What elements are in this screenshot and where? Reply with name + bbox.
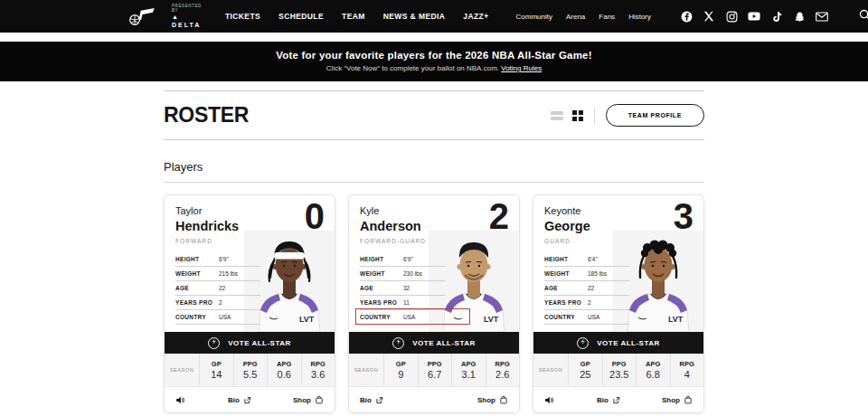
- shop-link[interactable]: Shop: [662, 395, 693, 404]
- stat-rpg: RPG 4: [670, 354, 704, 386]
- nav-arena[interactable]: Arena: [566, 13, 585, 21]
- controls-divider: [594, 108, 595, 124]
- roster-page: ROSTER TEAM PROFILE Players Taylor Hendr…: [164, 90, 704, 413]
- roster-header: ROSTER TEAM PROFILE: [164, 90, 704, 140]
- facebook-icon[interactable]: [680, 10, 693, 23]
- delta-logo: ▲ DELTA: [172, 14, 202, 30]
- bio-label: YEARS PRO: [360, 299, 403, 306]
- bio-value: 2: [219, 299, 222, 306]
- shop-link-label: Shop: [477, 396, 495, 404]
- bio-label: AGE: [544, 285, 588, 291]
- bio-row-weight: WEIGHT 185 lbs: [544, 267, 629, 281]
- bio-value: USA: [219, 314, 231, 320]
- plus-icon: [208, 337, 220, 349]
- youtube-icon[interactable]: [748, 10, 760, 23]
- bio-label: WEIGHT: [360, 270, 403, 277]
- stat-apg: APG 0.6: [267, 354, 301, 386]
- search-button[interactable]: [859, 8, 868, 24]
- bio-label: HEIGHT: [360, 256, 403, 262]
- jersey-number: 3: [674, 198, 693, 234]
- nav-news-media[interactable]: NEWS & MEDIA: [383, 12, 446, 21]
- shop-link[interactable]: Shop: [293, 395, 324, 404]
- season-label: SEASON: [349, 354, 383, 386]
- vote-all-star-button[interactable]: VOTE ALL-STAR: [165, 332, 335, 354]
- bio-label: HEIGHT: [544, 256, 588, 262]
- stat-gp: GP 9: [383, 354, 418, 386]
- grid-view-icon[interactable]: [572, 110, 583, 121]
- bio-value: 22: [219, 285, 225, 291]
- bio-row-age: AGE 22: [544, 281, 629, 296]
- instagram-icon[interactable]: [725, 10, 738, 23]
- card-top: Keyonte George 3 GUARD HEIGHT 6'4" WEIGH…: [533, 195, 703, 332]
- stat-ppg: PPG 23.5: [602, 354, 637, 386]
- email-icon[interactable]: [816, 10, 828, 23]
- audio-pronounce-button[interactable]: [544, 395, 554, 405]
- card-footer: Bio Shop: [165, 387, 335, 412]
- bio-row-age: AGE 32: [360, 281, 445, 296]
- snapchat-icon[interactable]: [793, 10, 806, 23]
- stat-apg: APG 3.1: [451, 354, 486, 386]
- bio-row-height: HEIGHT 6'9": [360, 252, 445, 267]
- bio-label: COUNTRY: [544, 314, 588, 320]
- bio-row-height: HEIGHT 6'4": [544, 252, 629, 267]
- bio-row-years-pro: YEARS PRO 2: [175, 296, 260, 310]
- tiktok-icon[interactable]: [770, 10, 783, 23]
- nav-schedule[interactable]: SCHEDULE: [278, 12, 324, 21]
- audio-pronounce-button[interactable]: [175, 395, 185, 405]
- season-label: SEASON: [165, 354, 199, 386]
- shopping-bag-icon: [684, 395, 693, 404]
- vote-label: VOTE ALL-STAR: [597, 339, 660, 347]
- bio-value: USA: [403, 314, 415, 320]
- player-bio-table: HEIGHT 6'9" WEIGHT 230 lbs AGE 32 YEARS …: [360, 252, 445, 325]
- player-first-name: Keyonte: [544, 205, 693, 218]
- card-top: Kyle Anderson 2 FORWARD-GUARD HEIGHT 6'9…: [349, 195, 519, 332]
- bio-link[interactable]: Bio: [597, 396, 620, 404]
- nav-community[interactable]: Community: [516, 13, 552, 21]
- season-stats-row: SEASON GP 9 PPG 6.7 APG 3.1 RPG 2.6: [349, 354, 519, 387]
- bio-label: AGE: [175, 285, 219, 291]
- nav-team[interactable]: TEAM: [342, 12, 365, 21]
- voting-rules-link[interactable]: Voting Rules: [501, 64, 542, 72]
- bio-row-weight: WEIGHT 215 lbs: [175, 267, 260, 281]
- vote-all-star-button[interactable]: VOTE ALL-STAR: [349, 332, 519, 354]
- view-toggle: [551, 110, 583, 121]
- bio-label: YEARS PRO: [544, 299, 588, 306]
- nav-jazz-plus[interactable]: JAZZ+: [463, 12, 488, 21]
- svg-text:LVT: LVT: [668, 315, 684, 324]
- vote-all-star-button[interactable]: VOTE ALL-STAR: [533, 332, 703, 354]
- season-stats-row: SEASON GP 14 PPG 5.5 APG 0.6 RPG 3.6: [165, 354, 335, 387]
- bio-row-country: COUNTRY USA: [175, 310, 260, 325]
- bio-label: YEARS PRO: [175, 299, 219, 306]
- card-footer: Bio Shop: [533, 387, 703, 412]
- bio-link[interactable]: Bio: [228, 396, 251, 404]
- bio-value: 215 lbs: [219, 270, 238, 277]
- nav-tickets[interactable]: TICKETS: [225, 12, 260, 21]
- player-card-taylor-hendricks: Taylor Hendricks 0 FORWARD HEIGHT 6'9" W…: [164, 194, 335, 413]
- nav-fans[interactable]: Fans: [599, 13, 615, 21]
- bio-label: WEIGHT: [544, 270, 588, 277]
- shopping-bag-icon: [315, 395, 324, 404]
- x-twitter-icon[interactable]: [703, 10, 715, 23]
- season-stats-row: SEASON GP 25 PPG 23.5 APG 6.8 RPG 4: [533, 354, 703, 387]
- stat-ppg: PPG 6.7: [418, 354, 452, 386]
- presented-by-delta: PRESENTED BY ▲ DELTA: [172, 4, 202, 30]
- bio-link-label: Bio: [228, 396, 240, 404]
- players-section-header: Players: [164, 160, 704, 183]
- jazz-note-logo-icon: [128, 7, 156, 26]
- social-icons: [680, 10, 828, 23]
- bio-label: COUNTRY: [360, 314, 403, 320]
- list-view-icon[interactable]: [551, 111, 563, 120]
- top-navbar: PRESENTED BY ▲ DELTA TICKETS SCHEDULE TE…: [0, 0, 868, 33]
- bio-link[interactable]: Bio: [360, 396, 383, 404]
- nav-history[interactable]: History: [628, 13, 651, 21]
- bio-row-height: HEIGHT 6'9": [175, 252, 260, 267]
- team-profile-button[interactable]: TEAM PROFILE: [606, 104, 704, 127]
- bio-value: 2: [588, 299, 591, 306]
- bio-value: 230 lbs: [403, 270, 422, 277]
- shop-link[interactable]: Shop: [477, 395, 508, 404]
- speaker-icon: [175, 395, 185, 405]
- bio-value: 6'4": [588, 256, 598, 262]
- vote-label: VOTE ALL-STAR: [412, 339, 476, 347]
- jazz-logo[interactable]: [128, 7, 156, 26]
- roster-controls: TEAM PROFILE: [551, 104, 704, 127]
